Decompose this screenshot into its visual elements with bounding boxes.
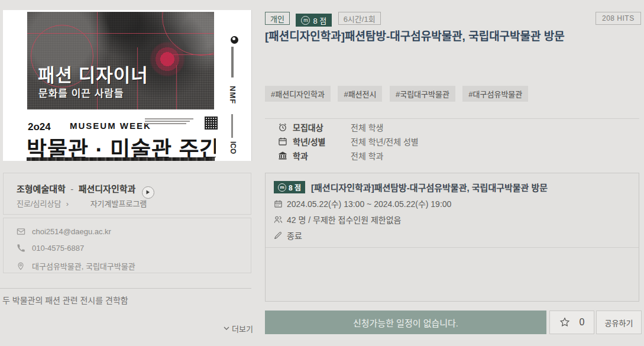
schedule-date: 2024.05.22(수) 13:00 ~ 2024.05.22(수) 19:0… — [287, 198, 451, 209]
badge-duration: 6시간/1회 — [338, 12, 381, 25]
tag-row: #패션디자인학과 #패션전시 #국립대구박물관 #대구섬유박물관 — [265, 86, 533, 102]
program-description: 두 박물관의 패션 관련 전시를 견학함 — [2, 294, 245, 306]
calendar-icon — [278, 137, 288, 146]
poster-big-text: 박물관 · 미술관 주간 — [27, 132, 216, 157]
breadcrumb-arrow: › — [66, 199, 69, 208]
poster-decor-splat — [148, 40, 186, 78]
subcategory-label: 자기계발프로그램 — [90, 199, 147, 208]
schedule-status-row: 종료 — [274, 229, 630, 241]
poster-side-nmf: NMF — [228, 86, 237, 104]
schedule-card: m 8 점 [패션디자인학과]패션탐방-대구섬유박물관, 국립대구박물관 방문 … — [265, 173, 639, 302]
poster-decor-line — [27, 33, 214, 34]
info-value: 전체 학생 — [351, 121, 383, 133]
tag[interactable]: #국립대구박물관 — [390, 86, 455, 102]
organization-title: 조형예술대학 - 패션디자인학과 — [17, 182, 154, 199]
location-row: 대구섬유박물관, 국립대구박물관 — [17, 260, 251, 271]
phone-value: 010-4575-6887 — [32, 244, 84, 253]
contact-box: choi2514@daegu.ac.kr 010-4575-6887 대구섬유박… — [3, 218, 251, 273]
tag[interactable]: #패션전시 — [338, 86, 382, 102]
poster-week: MUSEUM WEEK — [70, 121, 151, 131]
program-poster-image: 패션 디자이너 문화를 이끈 사람들 2o24 MUSEUM WEEK 박물관 … — [3, 10, 252, 161]
poster-qr-code — [205, 117, 218, 130]
description-divider — [0, 288, 251, 289]
alarm-clock-icon — [278, 122, 288, 132]
schedule-date-row: 2024.05.22(수) 13:00 ~ 2024.05.22(수) 19:0… — [274, 198, 630, 209]
poster-side-ico: ICO — [229, 141, 237, 154]
mileage-icon: m — [301, 16, 310, 25]
email-row: choi2514@daegu.ac.kr — [17, 227, 251, 236]
share-button[interactable]: 공유하기 — [596, 311, 642, 334]
play-icon — [145, 190, 150, 195]
phone-row: 010-4575-6887 — [17, 244, 251, 253]
favorite-count: 0 — [580, 317, 585, 328]
info-row-target: 모집대상 전체 학생 — [278, 121, 383, 133]
schedule-card-divider — [266, 247, 639, 248]
college-name: 조형예술대학 — [17, 184, 66, 194]
people-icon — [274, 215, 283, 224]
phone-icon — [17, 244, 27, 253]
ministry-logo-icon — [231, 36, 238, 44]
favorite-button[interactable]: 0 — [549, 311, 594, 334]
program-detail-page: 패션 디자이너 문화를 이끈 사람들 2o24 MUSEUM WEEK 박물관 … — [0, 0, 644, 346]
badge-personal: 개인 — [265, 12, 290, 25]
info-value: 전체 학과 — [351, 150, 383, 161]
schedule-points-label: 8 점 — [289, 182, 301, 192]
bank-icon — [278, 151, 288, 160]
apply-button[interactable]: 신청가능한 일정이 없습니다. — [265, 311, 546, 334]
info-divider — [265, 118, 639, 119]
org-separator: - — [70, 184, 73, 194]
points-label: 8 점 — [313, 15, 326, 26]
schedule-status: 종료 — [287, 229, 302, 241]
tag[interactable]: #대구섬유박물관 — [462, 86, 528, 102]
poster-subtitle: 문화를 이끈 사람들 — [38, 85, 124, 100]
star-icon — [559, 317, 570, 328]
more-label: 더보기 — [232, 323, 253, 334]
schedule-header: m 8 점 [패션디자인학과]패션탐방-대구섬유박물관, 국립대구박물관 방문 — [274, 181, 630, 193]
poster-side-smalltext — [231, 114, 233, 138]
category-breadcrumb: 진로/심리상담 › 자기계발프로그램 — [17, 198, 147, 209]
badge-row: 개인 m 8 점 6시간/1회 — [265, 12, 384, 27]
expand-org-button[interactable] — [142, 186, 154, 199]
more-button[interactable]: 더보기 — [224, 322, 253, 334]
hits-counter: 208 HITS — [596, 12, 641, 25]
category-label: 진로/심리상담 — [17, 199, 61, 208]
mail-icon — [17, 227, 27, 236]
badge-points: m 8 점 — [296, 14, 332, 27]
info-value: 전체 학년/전체 성별 — [351, 135, 419, 147]
page-title: [패션디자인학과]패션탐방-대구섬유박물관, 국립대구박물관 방문 — [265, 27, 632, 43]
schedule-capacity-row: 42 명 / 무제한 접수인원 제한없음 — [274, 214, 630, 225]
department-name: 패션디자인학과 — [79, 184, 136, 194]
info-label: 학과 — [293, 150, 344, 161]
info-label: 학년/성별 — [293, 135, 344, 147]
info-label: 모집대상 — [293, 121, 344, 133]
info-row-grade-gender: 학년/성별 전체 학년/전체 성별 — [278, 135, 419, 147]
location-value: 대구섬유박물관, 국립대구박물관 — [32, 260, 135, 271]
chevron-down-icon — [224, 326, 229, 331]
schedule-capacity: 42 명 / 무제한 접수인원 제한없음 — [287, 214, 401, 225]
schedule-points-badge: m 8 점 — [274, 181, 305, 193]
ministry-logo-text — [231, 47, 234, 77]
map-pin-icon — [17, 262, 27, 270]
organization-box: 조형예술대학 - 패션디자인학과 진로/심리상담 › 자기계발프로그램 — [3, 173, 251, 215]
poster-bottom-strip — [27, 157, 215, 161]
poster-title: 패션 디자이너 — [38, 60, 148, 87]
poster-year: 2o24 — [28, 121, 51, 133]
info-row-department: 학과 전체 학과 — [278, 150, 383, 161]
tag[interactable]: #패션디자인학과 — [265, 86, 331, 102]
schedule-title: [패션디자인학과]패션탐방-대구섬유박물관, 국립대구박물관 방문 — [311, 181, 548, 193]
pen-icon — [274, 231, 283, 240]
poster-fine-print — [145, 118, 193, 125]
mileage-icon: m — [278, 183, 286, 192]
email-value: choi2514@daegu.ac.kr — [32, 227, 111, 236]
calendar-icon — [274, 199, 283, 208]
share-label: 공유하기 — [605, 317, 633, 328]
poster-photo-block: 패션 디자이너 문화를 이끈 사람들 — [27, 12, 214, 109]
